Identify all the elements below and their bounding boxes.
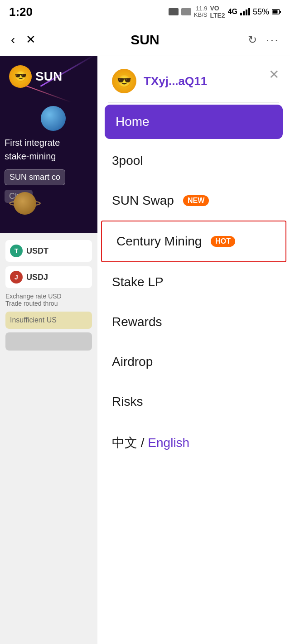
lang-separator: /: [141, 436, 145, 450]
menu-item-airdrop[interactable]: Airdrop: [97, 342, 290, 382]
sun-logo-text: SUN: [35, 69, 62, 84]
lower-left-panel: T USDT J USDJ Exchange rate USD Trade ro…: [0, 233, 97, 644]
main-content: 😎 SUN First integrate stake-mining SUN s…: [0, 56, 290, 644]
usdj-label: USDJ: [26, 273, 48, 282]
svg-rect-3: [248, 8, 250, 15]
menu-item-risks[interactable]: Risks: [97, 382, 290, 422]
menu-close-button[interactable]: ✕: [269, 67, 279, 82]
hot-badge: HOT: [211, 236, 235, 247]
network-type: 4G: [228, 8, 237, 16]
user-avatar: 😎: [112, 69, 136, 93]
saturn-body: [14, 192, 36, 215]
3pool-label: 3pool: [112, 154, 143, 168]
more-button[interactable]: ···: [266, 33, 279, 47]
usdt-label: USDT: [26, 246, 48, 256]
risks-label: Risks: [112, 394, 143, 409]
menu-user-header: 😎 TXyj...aQ11: [97, 56, 290, 102]
stake-mining-text: stake-mining: [5, 151, 56, 162]
menu-divider: [108, 102, 279, 103]
planet-blue: [41, 106, 66, 131]
svg-rect-6: [273, 10, 278, 14]
new-badge: NEW: [183, 195, 209, 206]
language-row[interactable]: 中文 / English: [97, 422, 290, 464]
page-title: SUN: [130, 32, 159, 48]
menu-item-3pool[interactable]: 3pool: [97, 141, 290, 181]
century-mining-label: Century Mining: [116, 234, 202, 249]
status-bar: 1:20 11.9 KB/S VOLTE2 4G 55%: [0, 0, 290, 24]
menu-item-century-mining[interactable]: Century Mining HOT: [102, 221, 285, 261]
sun-logo-area: 😎 SUN: [9, 65, 62, 88]
lang-zh[interactable]: 中文: [112, 436, 137, 450]
stake-lp-label: Stake LP: [112, 275, 164, 289]
rewards-label: Rewards: [112, 315, 162, 329]
saturn-planet: [9, 192, 41, 215]
menu-item-home[interactable]: Home: [105, 105, 283, 139]
status-icons: 11.9 KB/S VOLTE2 4G 55%: [169, 5, 281, 19]
close-button[interactable]: ✕: [26, 33, 36, 47]
left-panel: 😎 SUN First integrate stake-mining SUN s…: [0, 56, 97, 644]
svg-rect-5: [280, 11, 281, 13]
lang-en[interactable]: English: [148, 436, 189, 450]
menu-item-rewards[interactable]: Rewards: [97, 302, 290, 342]
insufficient-button: Insufficient US: [5, 312, 92, 329]
menu-item-stake-lp[interactable]: Stake LP: [97, 262, 290, 302]
status-time: 1:20: [9, 5, 33, 19]
svg-rect-0: [240, 13, 242, 15]
sun-swap-label: SUN Swap: [112, 193, 174, 208]
nav-right: ↻ ···: [248, 33, 279, 47]
nav-bar: ‹ ✕ SUN ↻ ···: [0, 24, 290, 56]
usdt-row: T USDT: [5, 240, 92, 262]
refresh-button[interactable]: ↻: [248, 34, 257, 46]
battery-level: 55%: [253, 7, 269, 17]
slide-menu: ✕ 😎 TXyj...aQ11 Home 3pool SUN Swap NEW …: [97, 56, 290, 644]
first-integrate-text: First integrate: [5, 138, 60, 148]
sun-logo-icon: 😎: [9, 65, 32, 88]
sun-smart-label: SUN smart co: [5, 169, 65, 185]
usdj-icon: J: [10, 271, 23, 284]
exchange-rate-info: Exchange rate USD Trade routed throu: [5, 293, 92, 307]
gray-button: [5, 332, 92, 351]
menu-item-sun-swap[interactable]: SUN Swap NEW: [97, 181, 290, 221]
svg-rect-1: [243, 11, 245, 15]
user-address: TXyj...aQ11: [144, 74, 207, 88]
back-button[interactable]: ‹: [11, 33, 15, 47]
home-label: Home: [116, 115, 150, 129]
screen-icon: [169, 8, 179, 15]
sun-smart-button: SUN smart co: [5, 169, 65, 185]
image-icon: [181, 8, 191, 15]
airdrop-label: Airdrop: [112, 355, 153, 369]
svg-rect-2: [246, 10, 247, 15]
network-speed: 11.9 KB/S: [194, 5, 208, 19]
carrier-icon: VOLTE2: [210, 5, 225, 19]
nav-left: ‹ ✕: [11, 33, 36, 47]
signal-icon: [240, 8, 250, 15]
battery-icon: [272, 9, 281, 15]
usdt-icon: T: [10, 245, 23, 257]
century-mining-row: Century Mining HOT: [101, 221, 286, 262]
usdj-row: J USDJ: [5, 266, 92, 288]
